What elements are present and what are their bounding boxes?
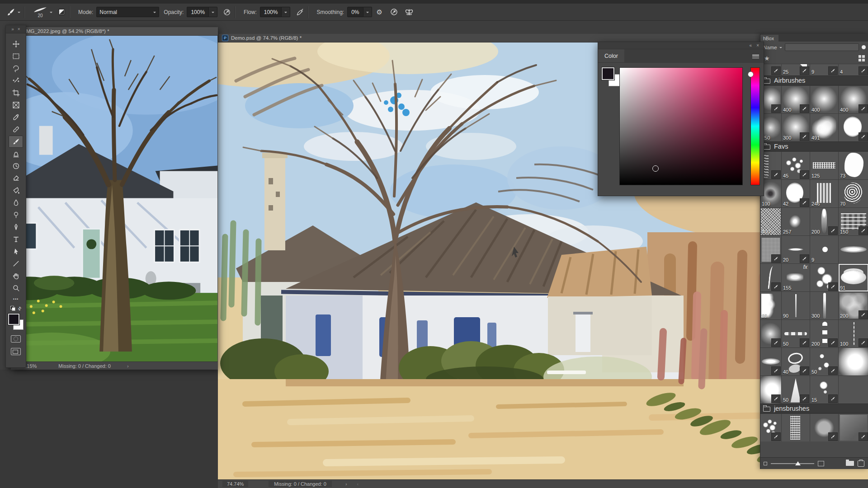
favorites-star-icon[interactable]: ★ bbox=[764, 55, 770, 62]
type-tool[interactable] bbox=[9, 233, 23, 245]
line-tool[interactable] bbox=[9, 258, 23, 270]
brush-tile[interactable]: 50 bbox=[782, 376, 810, 404]
brush-kit-button[interactable] bbox=[858, 460, 864, 467]
smoothing-value[interactable]: 0% bbox=[347, 7, 363, 17]
brush-preset-dropdown-arrow[interactable] bbox=[50, 12, 52, 14]
screen-mode-icon[interactable] bbox=[11, 348, 21, 355]
brush-tile[interactable] bbox=[760, 414, 781, 441]
color-picker-ring[interactable] bbox=[652, 165, 659, 172]
smudge-tool[interactable] bbox=[9, 197, 23, 209]
path-select-tool[interactable] bbox=[9, 245, 23, 258]
swap-colors-icon[interactable]: ⇄ bbox=[16, 305, 23, 312]
slider-thumb[interactable] bbox=[795, 461, 801, 465]
gear-icon[interactable]: ⚙ bbox=[377, 8, 382, 16]
pen-tool[interactable] bbox=[9, 221, 23, 233]
brush-tile[interactable]: 9 bbox=[810, 236, 838, 263]
brush-tile[interactable] bbox=[782, 414, 810, 441]
brush-tile[interactable]: 20 bbox=[782, 236, 810, 263]
brush-tile[interactable]: 400 bbox=[839, 86, 868, 113]
brush-tile[interactable]: 400 bbox=[810, 86, 838, 113]
foreground-color-swatch[interactable] bbox=[602, 67, 614, 80]
brush-tile[interactable]: 4 bbox=[839, 64, 868, 75]
brushbox-tab[interactable]: hBox bbox=[760, 35, 778, 42]
flow-dropdown[interactable] bbox=[282, 7, 290, 17]
brush-tile[interactable]: 100 bbox=[839, 320, 868, 347]
zoom-level[interactable]: 74.74% bbox=[222, 481, 248, 487]
flow-value[interactable]: 100% bbox=[260, 7, 282, 17]
hue-slider-marker[interactable] bbox=[748, 71, 754, 77]
brush-tile[interactable]: 200 bbox=[810, 320, 838, 347]
brush-tile[interactable] bbox=[760, 320, 781, 347]
panel-color-swatches[interactable] bbox=[602, 67, 622, 87]
brush-tile[interactable] bbox=[760, 376, 781, 404]
toggle-brush-settings-icon[interactable] bbox=[58, 8, 66, 16]
brush-tile[interactable]: 246 bbox=[810, 180, 838, 207]
close-panel-icon[interactable]: × bbox=[756, 43, 759, 48]
chevron-right-icon[interactable]: › bbox=[127, 363, 129, 369]
eyedropper-tool[interactable] bbox=[9, 111, 23, 123]
opacity-dropdown[interactable] bbox=[209, 7, 217, 17]
color-panel-tab[interactable]: Color bbox=[598, 49, 624, 62]
history-brush-tool[interactable] bbox=[9, 160, 23, 172]
brush-tile[interactable]: 300 bbox=[810, 292, 838, 319]
brush-folder-header[interactable]: jensbrushes bbox=[760, 404, 868, 413]
reference-photo[interactable] bbox=[11, 36, 217, 361]
blend-mode-select[interactable]: Normal bbox=[96, 7, 159, 17]
airbrush-icon[interactable] bbox=[296, 8, 304, 16]
brush-folder-header[interactable]: Favs bbox=[760, 141, 868, 151]
marquee-tool[interactable] bbox=[9, 50, 23, 62]
brush-tile[interactable] bbox=[839, 236, 868, 263]
brush-tile[interactable]: 90 bbox=[782, 292, 810, 319]
zoom-tool[interactable] bbox=[9, 282, 23, 294]
healing-brush-tool[interactable] bbox=[9, 123, 23, 136]
brush-tile[interactable]: 50 bbox=[782, 320, 810, 347]
brush-tile[interactable]: 150 bbox=[839, 208, 868, 235]
saturation-brightness-field[interactable] bbox=[619, 67, 743, 185]
brush-tool[interactable] bbox=[9, 136, 23, 148]
folder-button[interactable] bbox=[846, 461, 854, 466]
brush-tile[interactable] bbox=[810, 264, 838, 291]
brush-tile[interactable] bbox=[760, 348, 781, 375]
frame-tool[interactable] bbox=[9, 99, 23, 111]
grid-view-icon[interactable] bbox=[859, 55, 865, 61]
crop-tool[interactable] bbox=[9, 87, 23, 99]
toolbox-collapse-icon[interactable]: » bbox=[11, 27, 14, 32]
brush-tool-dropdown-arrow[interactable] bbox=[18, 12, 20, 14]
quick-mask-icon[interactable] bbox=[11, 335, 21, 343]
brush-angle-icon[interactable] bbox=[390, 8, 398, 16]
brush-tile[interactable]: 50 bbox=[810, 348, 838, 375]
move-tool[interactable] bbox=[9, 38, 23, 50]
brush-tile[interactable]: 70 bbox=[839, 180, 868, 207]
gradient-tool[interactable] bbox=[9, 184, 23, 197]
brush-tile[interactable] bbox=[760, 236, 781, 263]
hue-slider[interactable] bbox=[750, 67, 760, 185]
lasso-tool[interactable] bbox=[9, 62, 23, 75]
brush-tile[interactable] bbox=[839, 376, 868, 404]
brush-folder-header[interactable]: Airbrushes bbox=[760, 75, 868, 85]
brush-tile[interactable]: 45 bbox=[782, 152, 810, 179]
record-dot-icon[interactable] bbox=[862, 45, 866, 49]
brush-preset-picker[interactable]: 20 bbox=[33, 6, 47, 18]
brush-tile[interactable] bbox=[810, 414, 838, 441]
brush-tile[interactable]: 300 bbox=[782, 114, 810, 141]
brush-tile[interactable]: 15 bbox=[810, 376, 838, 404]
brush-tool-icon[interactable] bbox=[6, 8, 15, 17]
toolbox-close-icon[interactable]: × bbox=[18, 27, 20, 32]
toolbox-overflow-icon[interactable]: ••• bbox=[13, 297, 19, 301]
brush-tile[interactable]: 200 bbox=[839, 292, 868, 319]
symmetry-butterfly-icon[interactable] bbox=[405, 8, 414, 17]
brush-tile[interactable]: 400 bbox=[760, 208, 781, 235]
smoothing-dropdown[interactable] bbox=[363, 7, 372, 17]
brush-tile[interactable]: 400 bbox=[782, 86, 810, 113]
foreground-color-swatch[interactable] bbox=[8, 314, 19, 325]
brush-tile[interactable] bbox=[839, 414, 868, 441]
magic-wand-tool[interactable] bbox=[9, 75, 23, 87]
default-colors-icon[interactable] bbox=[10, 306, 15, 311]
hand-tool[interactable] bbox=[9, 270, 23, 282]
brush-tile[interactable]: 257 bbox=[782, 208, 810, 235]
eraser-tool[interactable] bbox=[9, 172, 23, 184]
brush-tile[interactable]: 99 bbox=[760, 292, 781, 319]
panel-menu-icon[interactable] bbox=[752, 55, 759, 59]
clone-stamp-tool[interactable] bbox=[9, 148, 23, 160]
collapse-panel-icon[interactable]: « bbox=[750, 43, 752, 48]
